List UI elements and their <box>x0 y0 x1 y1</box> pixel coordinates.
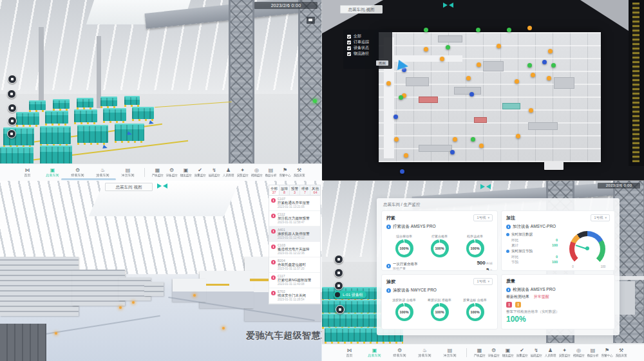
warning-icon[interactable] <box>515 302 521 308</box>
toolbar-item[interactable]: ▤ 冲压车间 <box>439 347 460 358</box>
status-dot[interactable] <box>393 115 398 119</box>
alarm-list-item[interactable]: C112 加注机压力超限预警 2023-01-31 12:58:47 <box>269 211 320 227</box>
toolbar-item[interactable]: ♟ 人员管理 <box>544 347 557 358</box>
status-dot[interactable] <box>453 137 457 142</box>
alarm-list-item[interactable]: E702 线体安全门未关闭 2023-01-31 11:28:54 <box>269 288 320 304</box>
toolbar-item[interactable]: ✦ 安防监控 <box>558 347 571 358</box>
checkbox-checked-icon[interactable] <box>347 35 351 39</box>
legend-button[interactable]: 图例 <box>376 60 388 66</box>
toolbar-item[interactable]: ♨ 涂装车间 <box>92 167 113 178</box>
status-dot[interactable] <box>471 137 475 142</box>
toolbar-item[interactable]: ▣ 物流监控 <box>179 167 193 178</box>
station-pin[interactable] <box>7 89 16 98</box>
toolbar-item[interactable]: ▣ 物流监控 <box>501 347 515 358</box>
toolbar-item[interactable]: ↯ 能耗监控 <box>207 167 221 178</box>
status-dot[interactable] <box>440 57 444 61</box>
toolbar-scrollbar[interactable] <box>61 178 116 180</box>
status-dot[interactable] <box>527 26 532 30</box>
status-dot[interactable] <box>450 150 455 154</box>
status-dot[interactable] <box>542 60 547 64</box>
status-dot[interactable] <box>547 76 551 80</box>
view-selector[interactable]: 总装车间 视图 <box>340 5 383 14</box>
checkbox-checked-icon[interactable] <box>347 41 351 44</box>
status-dot[interactable] <box>424 47 428 51</box>
status-dot[interactable] <box>479 143 484 148</box>
toolbar-item[interactable]: ⚙ 设备监控 <box>487 347 500 358</box>
status-dot[interactable] <box>548 49 553 53</box>
status-dot[interactable] <box>394 137 399 142</box>
equipment-pill-label[interactable]: L-01 设备组 <box>334 291 366 299</box>
alarm-tab[interactable]: 维修 7 <box>300 185 310 195</box>
toolbar-item[interactable]: ♨ 涂装车间 <box>414 347 435 358</box>
toolbar-item[interactable]: ⋈ 首页 <box>17 167 38 178</box>
status-dot[interactable] <box>516 134 520 138</box>
checkbox-checked-icon[interactable] <box>347 46 351 50</box>
status-dot[interactable] <box>497 44 501 48</box>
toolbar-item[interactable]: ▣ 总装车间 <box>364 347 385 358</box>
layer-toggle[interactable]: 物流路径 <box>347 51 388 57</box>
alarm-list-item[interactable]: C103 输送线光电开关故障 2023-01-31 12:22:36 <box>269 242 320 257</box>
toolbar-item[interactable]: ▣ 总装车间 <box>42 167 63 178</box>
status-dot[interactable] <box>386 81 391 86</box>
toolbar-item[interactable]: ✦ 安防监控 <box>236 167 249 178</box>
status-dot[interactable] <box>466 76 471 80</box>
layer-toggle[interactable]: 设备状态 <box>347 45 388 51</box>
toolbar-item[interactable]: ▤ 冲压车间 <box>117 167 138 178</box>
toolbar-item[interactable]: ▦ 产线监控 <box>473 347 486 358</box>
status-dot[interactable] <box>424 28 428 32</box>
alarm-list-item[interactable]: C107 拧紧枪通讯异常报警 2023-01-31 13:21:05 <box>269 196 320 211</box>
toolbar-item[interactable]: ⚑ 告警中心 <box>278 167 292 178</box>
status-dot[interactable] <box>527 63 532 68</box>
station-pin[interactable] <box>8 75 17 84</box>
status-dot[interactable] <box>399 95 403 100</box>
status-dot[interactable] <box>531 73 535 77</box>
station-pin[interactable] <box>334 268 343 277</box>
line-select[interactable]: 1号线▾ <box>473 214 493 221</box>
toolbar-item[interactable]: ♟ 人员管理 <box>222 167 235 178</box>
camera-icon[interactable] <box>307 17 315 24</box>
toolbar-item[interactable]: ⚑ 告警中心 <box>600 347 614 358</box>
status-dot[interactable] <box>446 45 450 50</box>
status-dot[interactable] <box>507 28 511 32</box>
status-dot[interactable] <box>477 62 481 67</box>
toolbar-item[interactable]: ◎ 视频监控 <box>572 347 585 358</box>
alarm-list-item[interactable]: C117 拧紧结果NG超限报警 2023-01-31 11:43:08 <box>269 273 320 288</box>
station-pin[interactable] <box>8 104 17 113</box>
alarm-tab[interactable]: 其他 64 <box>310 185 320 195</box>
line-select[interactable]: 1号线▾ <box>591 214 610 221</box>
alarm-tab[interactable]: 故障 8 <box>279 185 290 195</box>
toolbar-item[interactable]: ▤ 数据分析 <box>586 347 600 358</box>
toolbar-item[interactable]: ⚙ 焊装车间 <box>389 347 410 358</box>
map-control-box[interactable] <box>544 162 564 170</box>
toolbar-item[interactable]: ▤ 数据分析 <box>264 167 278 178</box>
layer-toggle[interactable]: 订单追踪 <box>347 39 388 45</box>
toolbar-item[interactable]: ⋈ 首页 <box>339 347 360 358</box>
status-dot[interactable] <box>515 79 519 84</box>
alarm-tab[interactable]: 预警 3 <box>290 185 300 195</box>
checkbox-checked-icon[interactable] <box>347 52 351 56</box>
toolbar-item[interactable]: ◎ 视频监控 <box>250 167 263 178</box>
alarm-tab[interactable]: 全部 37 <box>269 185 279 195</box>
toolbar-item[interactable]: ⚙ 焊装车间 <box>67 167 88 178</box>
station-pin[interactable] <box>336 305 345 314</box>
toolbar-item[interactable]: ✔ 质量监控 <box>193 167 207 178</box>
toolbar-item[interactable]: ✔ 质量监控 <box>515 347 529 358</box>
alarm-list-item[interactable]: A401 涂胶机器人急停报警 2023-01-31 12:40:12 <box>269 227 320 242</box>
fault-icon[interactable] <box>506 302 512 308</box>
status-dot[interactable] <box>400 169 404 174</box>
status-dot[interactable] <box>476 28 480 32</box>
status-dot[interactable] <box>551 63 556 68</box>
station-pin[interactable] <box>334 281 343 290</box>
view-selector[interactable]: 总装车间 视图 <box>105 183 153 191</box>
layer-toggle[interactable]: 全部 <box>347 33 388 39</box>
station-pin[interactable] <box>8 116 17 125</box>
station-pin[interactable] <box>334 255 343 264</box>
toolbar-item[interactable]: ↯ 能耗监控 <box>529 347 543 358</box>
factory-floorplan[interactable] <box>379 32 601 162</box>
status-dot[interactable] <box>469 92 474 97</box>
toolbar-item[interactable]: ⚙ 设备监控 <box>165 167 178 178</box>
station-pin[interactable] <box>7 129 16 138</box>
toolbar-item[interactable]: ▦ 产线监控 <box>151 167 164 178</box>
status-dot[interactable] <box>529 108 533 113</box>
alarm-list-item[interactable]: B204 合装托盘定位超时 2023-01-31 11:57:20 <box>269 257 320 273</box>
